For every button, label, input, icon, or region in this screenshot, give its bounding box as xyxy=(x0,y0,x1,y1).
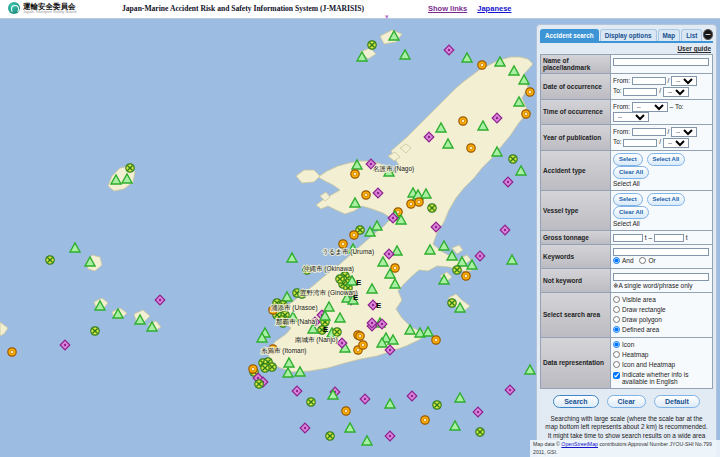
tab-map[interactable]: Map xyxy=(658,29,681,41)
marker-circle-icon[interactable] xyxy=(407,200,415,208)
marker-x-circle-icon[interactable] xyxy=(448,299,456,307)
map-city-label: 沖縄市 (Okinawa) xyxy=(303,265,354,273)
marker-x-circle-icon[interactable] xyxy=(307,398,315,406)
marker-x-circle-icon[interactable] xyxy=(126,164,134,172)
page-title: Japan-Marine Accident Risk and Safety In… xyxy=(118,4,368,13)
repr-option-radio-2[interactable] xyxy=(613,361,620,368)
tab-accident-search[interactable]: Accident search xyxy=(540,29,599,41)
marker-circle-icon[interactable] xyxy=(467,144,475,152)
search-button[interactable]: Search xyxy=(553,395,598,408)
area-option-radio-0[interactable] xyxy=(613,296,620,303)
form-row-keywords: Keywords And Or xyxy=(541,245,712,269)
vessel-select-button[interactable]: Select xyxy=(613,193,643,206)
area-option-radio-1[interactable] xyxy=(613,306,620,313)
marker-circle-icon[interactable] xyxy=(432,336,440,344)
tonnage-to-input[interactable] xyxy=(654,234,684,242)
marker-circle-icon[interactable] xyxy=(339,240,347,248)
repr-option-label-0: Icon xyxy=(622,340,634,349)
year-to-input[interactable] xyxy=(623,139,657,147)
header-collapse-icon[interactable]: ▾ xyxy=(385,13,389,21)
english-checkbox[interactable] xyxy=(613,372,620,379)
marker-circle-icon[interactable] xyxy=(522,110,530,118)
repr-option-radio-1[interactable] xyxy=(613,351,620,358)
marker-circle-icon[interactable] xyxy=(462,272,470,280)
marker-circle-icon[interactable] xyxy=(391,264,399,272)
show-links-link[interactable]: Show links xyxy=(428,4,467,13)
default-button[interactable]: Default xyxy=(654,395,700,408)
marker-circle-icon[interactable] xyxy=(362,191,370,199)
marker-x-circle-icon[interactable] xyxy=(433,401,441,409)
vessel-type-value: Select All xyxy=(613,219,710,228)
repr-option-radio-0[interactable] xyxy=(613,341,620,348)
marker-circle-icon[interactable] xyxy=(526,88,534,96)
user-guide-link[interactable]: User guide xyxy=(677,45,711,52)
marker-x-circle-icon[interactable] xyxy=(428,204,436,212)
tab-list[interactable]: List xyxy=(681,29,702,41)
marker-x-circle-icon[interactable] xyxy=(476,428,484,436)
area-option-radio-3[interactable] xyxy=(613,326,620,333)
year-from-input[interactable] xyxy=(632,128,666,136)
accident-select-all-button[interactable]: Select All xyxy=(647,153,686,166)
keywords-and-radio[interactable] xyxy=(613,257,620,264)
marker-circle-icon[interactable] xyxy=(356,332,364,340)
keywords-or-radio[interactable] xyxy=(639,257,646,264)
form-row-accident-type: Accident type Select Select All Clear Al… xyxy=(541,151,712,191)
marker-circle-icon[interactable] xyxy=(249,365,257,373)
keywords-input[interactable] xyxy=(613,248,709,256)
time-to-select[interactable]: -- xyxy=(613,112,649,122)
accident-select-button[interactable]: Select xyxy=(613,153,643,166)
marker-circle-icon[interactable] xyxy=(342,407,350,415)
panel-collapse-button[interactable]: − xyxy=(703,29,713,40)
form-row-tonnage: Gross tonnage t – t xyxy=(541,231,712,245)
area-option-label-0: Visible area xyxy=(622,295,656,304)
vessel-select-all-button[interactable]: Select All xyxy=(647,193,686,206)
date-to-input[interactable] xyxy=(623,88,657,96)
openstreetmap-link[interactable]: OpenStreetMap xyxy=(561,441,598,447)
marker-circle-icon[interactable] xyxy=(459,117,467,125)
vessel-clear-all-button[interactable]: Clear All xyxy=(613,206,649,219)
clear-button[interactable]: Clear xyxy=(607,395,647,408)
tonnage-label: Gross tonnage xyxy=(541,231,611,244)
marker-x-circle-icon[interactable] xyxy=(336,275,344,283)
not-keyword-label: Not keyword xyxy=(541,269,611,291)
tonnage-dash: – xyxy=(648,234,652,241)
date-slash: / xyxy=(668,77,670,84)
marker-x-circle-icon[interactable] xyxy=(255,380,263,388)
jtsb-logo: 運輸安全委員会 Japan Transport Safety Board xyxy=(8,2,76,14)
accident-clear-all-button[interactable]: Clear All xyxy=(613,166,649,179)
marker-x-circle-icon[interactable] xyxy=(368,41,376,49)
not-keyword-input[interactable] xyxy=(613,273,709,281)
marker-x-circle-icon[interactable] xyxy=(453,266,461,274)
marker-circle-icon[interactable] xyxy=(478,61,486,69)
place-name-input[interactable] xyxy=(613,58,709,66)
map-city-label: うるま市 (Uruma) xyxy=(322,248,374,256)
attribution-pre: Map data © xyxy=(533,441,561,447)
marker-x-circle-icon[interactable] xyxy=(333,328,341,336)
date-from-input[interactable] xyxy=(632,77,666,85)
app-header: 運輸安全委員会 Japan Transport Safety Board Jap… xyxy=(0,0,720,19)
marker-circle-icon[interactable] xyxy=(350,231,358,239)
marker-circle-icon[interactable] xyxy=(415,198,423,206)
marker-x-circle-icon[interactable] xyxy=(261,364,269,372)
tab-display-options[interactable]: Display options xyxy=(600,29,657,41)
marker-circle-icon[interactable] xyxy=(351,170,359,178)
area-option-radio-2[interactable] xyxy=(613,316,620,323)
repr-option-label-2: Icon and Heatmap xyxy=(622,360,675,369)
tonnage-from-input[interactable] xyxy=(613,234,643,242)
time-from-select[interactable]: -- xyxy=(632,102,668,112)
search-area-label: Select search area xyxy=(541,293,611,337)
japanese-link[interactable]: Japanese xyxy=(477,4,511,13)
marker-x-circle-icon[interactable] xyxy=(509,155,517,163)
marker-circle-icon[interactable] xyxy=(359,341,367,349)
year-from-month-select[interactable]: -- xyxy=(671,127,697,137)
marker-x-circle-icon[interactable] xyxy=(326,432,334,440)
marker-x-circle-icon[interactable] xyxy=(46,256,54,264)
marker-circle-icon[interactable] xyxy=(421,416,429,424)
search-form: Name of place/landmark Date of occurrenc… xyxy=(540,54,713,389)
date-from-month-select[interactable]: -- xyxy=(671,76,697,86)
date-to-month-select[interactable]: -- xyxy=(663,87,689,97)
marker-x-circle-icon[interactable] xyxy=(91,327,99,335)
year-to-month-select[interactable]: -- xyxy=(663,138,689,148)
marker-circle-icon[interactable] xyxy=(8,348,16,356)
form-row-data-representation: Data representation Icon Heatmap Icon an… xyxy=(541,338,712,388)
